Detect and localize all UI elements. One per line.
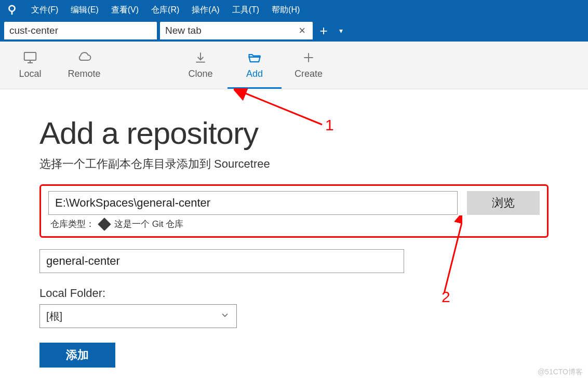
- svg-point-0: [9, 6, 15, 11]
- toolbar-label: Remote: [68, 69, 100, 79]
- menu-file[interactable]: 文件(F): [25, 0, 64, 20]
- repo-type-value: 这是一个 Git 仓库: [114, 218, 183, 230]
- toolbar-create[interactable]: Create: [282, 42, 336, 89]
- local-folder-label: Local Folder:: [39, 287, 549, 300]
- toolbar-local[interactable]: Local: [3, 42, 57, 89]
- tab-label: New tab: [165, 25, 202, 36]
- toolbar-clone[interactable]: Clone: [173, 42, 228, 89]
- menu-tools[interactable]: 工具(T): [226, 0, 265, 20]
- path-section-highlight: 浏览 仓库类型： 这是一个 Git 仓库: [39, 184, 549, 238]
- folder-open-icon: [247, 50, 262, 65]
- download-icon: [193, 50, 208, 65]
- menu-edit[interactable]: 编辑(E): [64, 0, 104, 20]
- tab-bar: cust-center New tab × + ▾: [0, 20, 588, 42]
- toolbar-label: Add: [246, 69, 263, 79]
- menu-view[interactable]: 查看(V): [105, 0, 145, 20]
- plus-icon: [301, 50, 316, 65]
- svg-rect-1: [11, 11, 13, 15]
- cloud-icon: [76, 50, 92, 65]
- tab-repo[interactable]: cust-center: [4, 22, 157, 39]
- repo-path-input[interactable]: [48, 191, 458, 215]
- tab-new[interactable]: New tab ×: [160, 22, 313, 39]
- app-logo-icon: [6, 4, 18, 16]
- monitor-icon: [22, 50, 38, 65]
- toolbar-add[interactable]: Add: [228, 42, 282, 89]
- repo-type-label: 仓库类型：: [50, 218, 95, 230]
- tab-dropdown-icon[interactable]: ▾: [335, 26, 347, 35]
- watermark: @51CTO博客: [538, 368, 583, 377]
- chevron-down-icon: [220, 310, 230, 323]
- close-icon[interactable]: ×: [297, 24, 308, 37]
- menu-repo[interactable]: 仓库(R): [145, 0, 185, 20]
- browse-button[interactable]: 浏览: [467, 191, 540, 215]
- menu-action[interactable]: 操作(A): [185, 0, 225, 20]
- main-content: Add a repository 选择一个工作副本仓库目录添加到 Sourcet…: [0, 89, 588, 368]
- menu-bar: 文件(F) 编辑(E) 查看(V) 仓库(R) 操作(A) 工具(T) 帮助(H…: [0, 0, 588, 20]
- toolbar-label: Create: [295, 69, 323, 79]
- new-tab-button[interactable]: +: [316, 23, 331, 39]
- toolbar-label: Clone: [188, 69, 212, 79]
- select-value: [根]: [46, 309, 62, 323]
- local-folder-select[interactable]: [根]: [39, 304, 237, 328]
- repo-type-line: 仓库类型： 这是一个 Git 仓库: [48, 218, 540, 230]
- add-submit-button[interactable]: 添加: [39, 343, 115, 368]
- toolbar-remote[interactable]: Remote: [57, 42, 111, 89]
- tab-label: cust-center: [9, 25, 58, 36]
- repo-name-input[interactable]: [39, 249, 404, 273]
- menu-help[interactable]: 帮助(H): [265, 0, 306, 20]
- toolbar: Local Remote Clone Add Create: [0, 42, 588, 89]
- toolbar-label: Local: [19, 69, 41, 79]
- page-subtitle: 选择一个工作副本仓库目录添加到 Sourcetree: [39, 156, 549, 172]
- page-title: Add a repository: [39, 115, 549, 151]
- git-icon: [98, 218, 111, 230]
- svg-rect-2: [24, 52, 36, 60]
